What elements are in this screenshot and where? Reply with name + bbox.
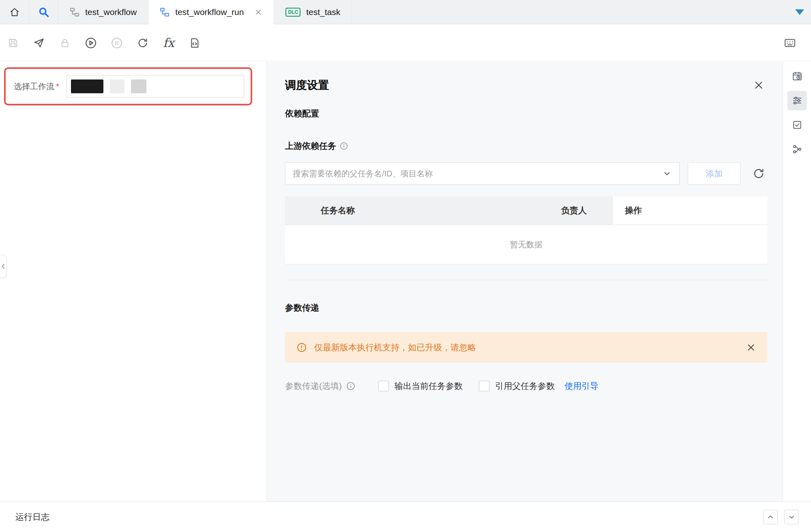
panel-title: 调度设置 [285, 78, 329, 92]
dropdown-triangle-icon [795, 9, 804, 15]
params-section-title: 参数传递 [285, 302, 767, 313]
info-icon[interactable] [346, 381, 356, 391]
calendar-clock-icon [792, 71, 802, 82]
dismiss-warning-button[interactable] [746, 343, 756, 352]
function-icon: fx [163, 36, 174, 50]
redacted-text-block [110, 79, 124, 93]
collapse-log-button[interactable] [784, 510, 799, 524]
tab-bar: test_workflow test_workflow_run DLC test… [0, 0, 811, 24]
column-owner: 负责人 [556, 196, 612, 225]
workflow-run-icon [160, 7, 169, 17]
workflow-select-label: 选择工作流* [14, 81, 59, 92]
box-check-icon [792, 120, 802, 130]
column-action: 操作 [612, 196, 767, 225]
chevron-down-icon [787, 513, 796, 521]
dependency-section-title: 依赖配置 [285, 108, 767, 119]
main-area: 选择工作流* 调度设置 依赖配置 上游依赖任务 [0, 62, 811, 502]
dependency-table: 任务名称 负责人 操作 暂无数据 [285, 196, 767, 264]
lock-icon [59, 37, 71, 49]
tab-test-task[interactable]: DLC test_task [274, 0, 352, 24]
refresh-list-button[interactable] [753, 167, 765, 180]
editor-toolbar: fx [0, 25, 811, 61]
close-tab-icon[interactable] [254, 8, 262, 16]
lock-button[interactable] [52, 30, 78, 56]
save-button[interactable] [0, 30, 26, 56]
expand-log-button[interactable] [763, 510, 778, 524]
home-icon [9, 7, 20, 17]
lineage-icon [792, 144, 802, 154]
redacted-text-block [131, 79, 146, 93]
search-button[interactable] [29, 0, 58, 24]
warning-icon [296, 342, 307, 353]
refresh-button[interactable] [130, 30, 156, 56]
collapse-panel-handle[interactable] [0, 255, 7, 278]
workflow-select-highlight: 选择工作流* [4, 67, 252, 105]
code-file-icon [189, 37, 200, 49]
workflow-select-input[interactable] [67, 75, 244, 98]
function-button[interactable]: fx [156, 30, 182, 56]
table-header: 任务名称 负责人 操作 [285, 196, 767, 225]
pause-button[interactable] [104, 30, 130, 56]
schedule-settings-panel: 调度设置 依赖配置 上游依赖任务 搜索需要依赖的父任务名/ID、项目名称 [267, 62, 783, 502]
workflow-canvas: 选择工作流* [0, 62, 267, 502]
sliders-icon [792, 95, 802, 106]
shortcut-panel-button[interactable] [777, 30, 803, 56]
chevron-left-icon [1, 263, 6, 270]
rail-scheduling-settings-button[interactable] [787, 91, 807, 110]
run-log-label[interactable]: 运行日志 [15, 511, 49, 523]
save-icon [7, 37, 19, 49]
tab-test-workflow-run[interactable]: test_workflow_run [148, 0, 274, 24]
upstream-tasks-label: 上游依赖任务 [285, 140, 336, 152]
warning-text: 仅最新版本执行机支持，如已升级，请忽略 [314, 342, 476, 353]
run-button[interactable] [78, 30, 104, 56]
rail-schedule-calendar-button[interactable] [787, 66, 807, 86]
right-icon-rail [783, 62, 811, 502]
tab-bar-spacer [352, 0, 788, 24]
code-file-button[interactable] [182, 30, 208, 56]
parent-task-search-select[interactable]: 搜索需要依赖的父任务名/ID、项目名称 [285, 162, 680, 185]
tab-overflow-button[interactable] [788, 0, 811, 24]
workflow-icon [70, 7, 79, 17]
usage-guide-link[interactable]: 使用引导 [564, 380, 599, 392]
ref-parent-params-checkbox[interactable] [479, 381, 489, 391]
app-window: test_workflow test_workflow_run DLC test… [0, 0, 811, 532]
home-button[interactable] [0, 0, 29, 24]
info-icon[interactable] [339, 142, 348, 150]
column-task-name: 任务名称 [285, 196, 556, 225]
search-placeholder: 搜索需要依赖的父任务名/ID、项目名称 [293, 168, 433, 179]
chevron-up-icon [766, 513, 775, 521]
run-icon [85, 37, 97, 49]
output-params-label: 输出当前任务参数 [395, 380, 463, 392]
redacted-text-block [71, 79, 103, 93]
refresh-icon [137, 37, 148, 49]
output-params-checkbox[interactable] [378, 381, 389, 391]
required-asterisk: * [56, 82, 59, 91]
rail-task-check-button[interactable] [787, 115, 807, 135]
submit-button[interactable] [26, 30, 52, 56]
close-panel-button[interactable] [753, 80, 764, 90]
pause-icon [111, 37, 123, 49]
params-optional-label: 参数传递(选填) [285, 380, 342, 392]
tab-label: test_task [306, 7, 340, 17]
refresh-icon [753, 167, 765, 180]
table-empty-state: 暂无数据 [285, 225, 767, 264]
add-button[interactable]: 添加 [688, 162, 740, 185]
close-icon [746, 343, 756, 352]
section-divider [285, 280, 767, 280]
tab-label: test_workflow [85, 7, 137, 17]
rail-lineage-button[interactable] [787, 139, 807, 159]
version-warning-banner: 仅最新版本执行机支持，如已升级，请忽略 [285, 332, 767, 363]
ref-parent-params-label: 引用父任务参数 [495, 380, 555, 392]
run-log-bar: 运行日志 [0, 502, 811, 532]
search-icon [38, 6, 49, 18]
shortcut-grid-icon [784, 37, 796, 49]
close-icon [753, 80, 764, 90]
dlc-icon: DLC [285, 8, 300, 17]
tab-label: test_workflow_run [175, 7, 244, 17]
chevron-down-icon [662, 169, 672, 178]
submit-icon [33, 37, 45, 49]
tab-test-workflow[interactable]: test_workflow [58, 0, 148, 24]
